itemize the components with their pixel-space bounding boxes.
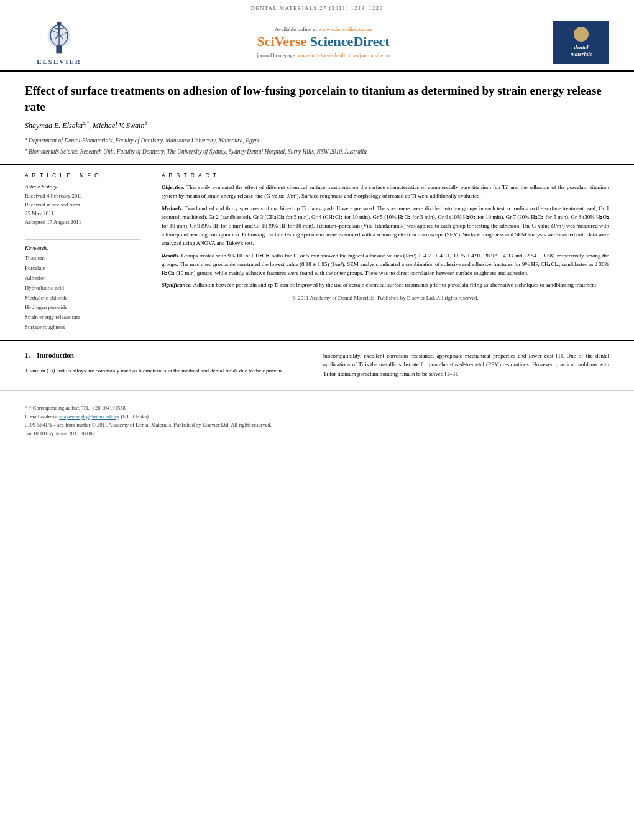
- abstract-results: Results. Groups treated with 9% HF or CH…: [162, 252, 609, 278]
- keyword-hydrofluoric: Hydrofluoric acid: [25, 284, 140, 293]
- accepted-date: Accepted 17 August 2011: [25, 218, 140, 226]
- affil-sup-a: a: [25, 136, 27, 141]
- keywords-title: Keywords:: [25, 245, 140, 251]
- affiliations: a Department of Dental Biomaterials, Fac…: [25, 136, 609, 156]
- email-person: (S.E. Elsaka).: [121, 413, 150, 420]
- abstract-copyright: © 2011 Academy of Dental Materials. Publ…: [162, 295, 609, 301]
- dm-emblem-icon: [574, 27, 589, 42]
- journal-citation: DENTAL MATERIALS 27 (2011) 1213–1220: [251, 5, 383, 11]
- available-online-text: Available online at www.sciencedirect.co…: [93, 26, 553, 32]
- journal-homepage: journal homepage: www.intl.elsevierhealt…: [93, 52, 553, 58]
- significance-head: Significance.: [162, 282, 192, 288]
- introduction-title: 1. Introduction: [25, 351, 311, 361]
- intro-title: Introduction: [37, 351, 74, 359]
- history-title: Article history:: [25, 183, 140, 190]
- author-michael: Michael V. Swain: [93, 121, 144, 130]
- journal-homepage-label: journal homepage:: [257, 52, 296, 58]
- footnote-divider: [25, 400, 609, 400]
- article-info-col: A R T I C L E I N F O Article history: R…: [25, 172, 149, 333]
- keyword-hydrogen: Hydrogen peroxide: [25, 303, 140, 313]
- email-address[interactable]: shaymanaghy@mans.edu.eg: [59, 413, 119, 420]
- intro-right-text: biocompatibility, excellent corrosion re…: [323, 351, 609, 378]
- keyword-porcelain: Porcelain: [25, 264, 140, 274]
- abstract-significance: Significance. Adhesion between porcelain…: [162, 281, 609, 290]
- affil-b-text: Biomaterials Science Research Unit, Facu…: [29, 149, 367, 155]
- email-line: E-mail address: shaymanaghy@mans.edu.eg …: [25, 413, 609, 422]
- corresponding-author: * * Corresponding author. Tel.: +20 1041…: [25, 404, 609, 413]
- author-sup-b: b: [144, 121, 147, 126]
- copyright-notice: 0109-5641/$ – see front matter © 2011 Ac…: [25, 421, 609, 430]
- abstract-label: A B S T R A C T: [162, 172, 609, 178]
- received-date: Received 4 February 2011: [25, 192, 140, 200]
- email-label: E-mail address:: [25, 413, 59, 420]
- methods-head: Methods.: [162, 205, 183, 211]
- two-col-section: A R T I C L E I N F O Article history: R…: [0, 165, 634, 341]
- authors: Shaymaa E. Elsakaa,*, Michael V. Swainb: [25, 121, 609, 131]
- keyword-strain: Strain energy release rate: [25, 313, 140, 323]
- affil-sup-b: b: [25, 147, 27, 152]
- author-sup-a: a,*: [83, 121, 89, 126]
- journal-homepage-url[interactable]: www.intl.elsevierhealth.com/journals/dem…: [298, 52, 390, 58]
- objective-head: Objective.: [162, 184, 185, 190]
- body-left-col: 1. Introduction Titanium (Ti) and its al…: [25, 351, 311, 378]
- dental-materials-logo: dentalmaterials: [553, 21, 609, 64]
- abstract-methods: Methods. Two hundred and thirty specimen…: [162, 205, 609, 248]
- article-title-section: Effect of surface treatments on adhesion…: [0, 72, 634, 165]
- sciverse-text: SciVerse: [257, 34, 310, 49]
- footnote-section: * * Corresponding author. Tel.: +20 1041…: [0, 390, 634, 444]
- results-head: Results.: [162, 252, 180, 259]
- keyword-methylene: Methylene chloride: [25, 293, 140, 303]
- elsevier-logo: ELSEVIER: [25, 19, 93, 65]
- dental-materials-title: dentalmaterials: [571, 44, 592, 58]
- article-title: Effect of surface treatments on adhesion…: [25, 83, 609, 114]
- article-info-label: A R T I C L E I N F O: [25, 172, 140, 178]
- main-body: 1. Introduction Titanium (Ti) and its al…: [0, 341, 634, 384]
- sciencedirect-text: ScienceDirect: [310, 34, 390, 49]
- header-section: ELSEVIER Available online at www.science…: [0, 14, 634, 72]
- author-shaymaa: Shaymaa E. Elsaka: [25, 121, 83, 130]
- article-history: Article history: Received 4 February 201…: [25, 183, 140, 226]
- elsevier-tree-icon: [37, 19, 81, 57]
- page-container: DENTAL MATERIALS 27 (2011) 1213–1220: [0, 0, 634, 457]
- sciverse-center: Available online at www.sciencedirect.co…: [93, 26, 553, 58]
- abstract-objective: Objective. This study evaluated the effe…: [162, 183, 609, 201]
- elsevier-brand-text: ELSEVIER: [37, 58, 81, 65]
- keyword-titanium: Titanium: [25, 254, 140, 264]
- abstract-col: A B S T R A C T Objective. This study ev…: [162, 172, 609, 333]
- affil-a-text: Department of Dental Biomaterials, Facul…: [29, 137, 260, 144]
- keywords-section: Keywords: Titanium Porcelain Adhesion Hy…: [25, 239, 140, 333]
- divider: [25, 233, 140, 233]
- sciverse-brand: SciVerse ScienceDirect: [93, 34, 553, 50]
- body-right-col: biocompatibility, excellent corrosion re…: [323, 351, 609, 378]
- keyword-adhesion: Adhesion: [25, 274, 140, 284]
- svg-point-8: [57, 22, 61, 26]
- revised-date: Received in revised form25 May 2011: [25, 200, 140, 218]
- intro-number: 1.: [25, 351, 30, 359]
- doi-line[interactable]: doi:10.1016/j.dental.2011.08.002: [25, 430, 609, 438]
- keyword-surface-roughness: Surface roughness: [25, 323, 140, 333]
- affiliation-a: a Department of Dental Biomaterials, Fac…: [25, 136, 609, 145]
- intro-left-text: Titanium (Ti) and its alloys are commonl…: [25, 366, 311, 375]
- affiliation-b: b Biomaterials Science Research Unit, Fa…: [25, 147, 609, 156]
- corresponding-text: * Corresponding author. Tel.: +20 104101…: [29, 405, 127, 411]
- journal-bar: DENTAL MATERIALS 27 (2011) 1213–1220: [0, 0, 634, 14]
- sciverse-url[interactable]: www.sciencedirect.com: [318, 26, 372, 32]
